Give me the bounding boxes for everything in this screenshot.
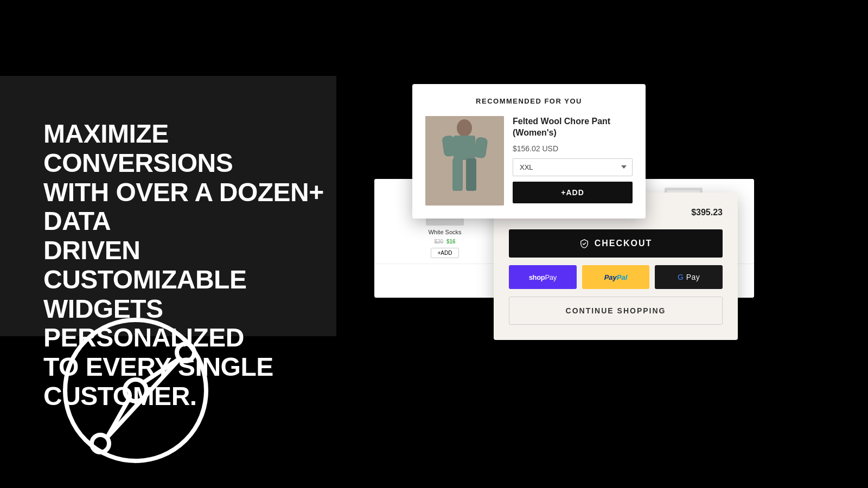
socks-name: White Socks (428, 229, 461, 235)
gpay-logo: G Pay (678, 273, 700, 281)
network-icon (54, 309, 217, 472)
payment-row: shopPay PayPal G Pay (509, 265, 723, 289)
paypal-logo: PayPal (604, 273, 628, 281)
svg-rect-11 (466, 158, 476, 191)
headline-line3: DRIVEN CUSTOMIZABLE (43, 236, 246, 294)
gpay-button[interactable]: G Pay (655, 265, 723, 289)
shield-icon (579, 239, 589, 248)
shoppay-button[interactable]: shopPay (509, 265, 577, 289)
svg-rect-9 (454, 136, 475, 160)
socks-sale-price: $16 (446, 239, 456, 245)
shoppay-logo: shopPay (529, 273, 557, 281)
add-button-large[interactable]: +ADD (513, 182, 633, 203)
svg-point-0 (65, 320, 206, 461)
product-name: Felted Wool Chore Pant (Women's) (513, 116, 633, 139)
checkout-label: CHECKOUT (595, 239, 653, 248)
product-details: Felted Wool Chore Pant (Women's) $156.02… (513, 116, 633, 203)
socks-prices: $20 $16 (434, 239, 455, 245)
headline-line2: WITH OVER A DOZEN+ DATA (43, 178, 324, 236)
recommended-title: RECOMMENDED FOR YOU (425, 97, 633, 105)
size-select[interactable]: XXL XS S M L XL (513, 158, 633, 176)
subtotal-amount: $395.23 (691, 208, 723, 217)
socks-add-btn[interactable]: +ADD (431, 248, 459, 258)
svg-line-6 (107, 359, 179, 437)
recommended-card: RECOMMENDED FOR YOU Felted Wool Chore (412, 84, 646, 219)
product-price: $156.02 USD (513, 144, 633, 153)
checkout-button[interactable]: CHECKOUT (509, 229, 723, 258)
svg-rect-10 (452, 158, 463, 191)
svg-point-2 (177, 344, 194, 361)
product-row: Felted Wool Chore Pant (Women's) $156.02… (425, 116, 633, 206)
svg-point-8 (457, 119, 472, 137)
continue-shopping-button[interactable]: CONTINUE SHOPPING (509, 297, 723, 325)
headline-text: MAXIMIZE CONVERSIONS (43, 119, 233, 177)
product-image (425, 116, 504, 206)
socks-original-price: $20 (434, 239, 443, 245)
paypal-button[interactable]: PayPal (582, 265, 650, 289)
